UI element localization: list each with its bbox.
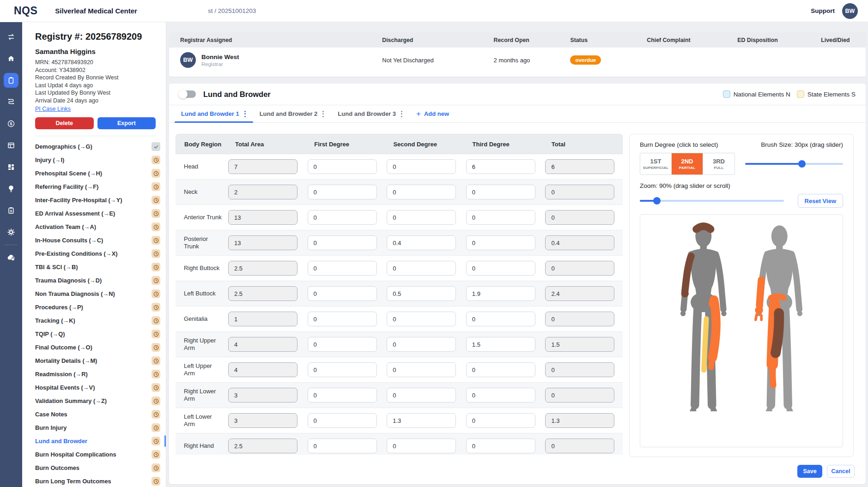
sidebar-item[interactable]: Hospital Events (→V) xyxy=(35,381,166,394)
second-degree-input[interactable] xyxy=(387,185,456,199)
pi-case-links[interactable]: PI Case Links xyxy=(35,106,71,112)
lb-tab[interactable]: Lund and Browder 3 xyxy=(331,105,410,122)
second-degree-input[interactable] xyxy=(387,261,456,276)
first-degree-input[interactable] xyxy=(308,210,377,225)
sidebar-item[interactable]: Injury (→I) xyxy=(35,153,166,167)
kebab-menu-icon[interactable] xyxy=(400,109,403,119)
third-degree-input[interactable] xyxy=(466,337,535,352)
first-degree-input[interactable] xyxy=(308,388,377,403)
sidebar-item[interactable]: TQIP (→Q) xyxy=(35,327,166,341)
third-degree-input[interactable] xyxy=(466,235,535,250)
first-degree-input[interactable] xyxy=(308,159,377,174)
brush-slider-thumb[interactable] xyxy=(798,160,806,168)
second-degree-input[interactable] xyxy=(387,337,456,352)
sidebar-item[interactable]: Trauma Diagnosis (→D) xyxy=(35,274,166,287)
sidebar-item[interactable]: Referring Facility (→F) xyxy=(35,180,166,193)
transfer-icon[interactable] xyxy=(4,30,18,44)
first-degree-input[interactable] xyxy=(308,235,377,250)
sidebar-item[interactable]: Case Notes xyxy=(35,408,166,421)
national-elements-checkbox[interactable]: National Elements N xyxy=(723,90,790,98)
sidebar-item[interactable]: Mortality Details (→M) xyxy=(35,354,166,367)
clipboard-icon[interactable] xyxy=(4,73,18,88)
third-degree-input[interactable] xyxy=(466,312,535,326)
burn-degree-option-3rd[interactable]: 3RDFULL xyxy=(703,153,734,174)
first-degree-input[interactable] xyxy=(308,185,377,199)
export-button[interactable]: Export xyxy=(97,117,156,129)
save-button[interactable]: Save xyxy=(797,465,822,478)
brush-size-slider[interactable] xyxy=(745,160,843,168)
sidebar-item[interactable]: Final Outcome (→O) xyxy=(35,341,166,354)
third-degree-input[interactable] xyxy=(466,439,535,453)
sidebar-item[interactable]: Validation Summary (→Z) xyxy=(35,394,166,408)
add-new-tab-button[interactable]: +Add new xyxy=(410,105,455,122)
cancel-button[interactable]: Cancel xyxy=(827,465,855,478)
sidebar-item[interactable]: Non Trauma Diagnosis (→N) xyxy=(35,287,166,301)
sidebar-item[interactable]: Demographics (→G) xyxy=(35,140,166,153)
sidebar-item[interactable]: Burn Injury xyxy=(35,421,166,434)
calendar-icon[interactable] xyxy=(4,138,18,153)
second-degree-input[interactable] xyxy=(387,413,456,428)
tasks-icon[interactable] xyxy=(4,203,18,218)
third-degree-input[interactable] xyxy=(466,413,535,428)
first-degree-input[interactable] xyxy=(308,362,377,377)
third-degree-input[interactable] xyxy=(466,185,535,199)
kebab-menu-icon[interactable] xyxy=(322,109,325,119)
delete-button[interactable]: Delete xyxy=(35,117,94,129)
sidebar-item[interactable]: Burn Long Term Outcomes xyxy=(35,475,166,487)
second-degree-input[interactable] xyxy=(387,210,456,225)
first-degree-input[interactable] xyxy=(308,286,377,301)
third-degree-input[interactable] xyxy=(466,261,535,276)
section-toggle[interactable] xyxy=(179,90,196,98)
support-link[interactable]: Support xyxy=(811,7,835,14)
third-degree-input[interactable] xyxy=(466,286,535,301)
first-degree-input[interactable] xyxy=(308,337,377,352)
kebab-menu-icon[interactable] xyxy=(243,109,247,119)
sidebar-item[interactable]: Prehospital Scene (→H) xyxy=(35,167,166,180)
record-table-row[interactable]: BW Bonnie West Registrar Not Yet Dischar… xyxy=(169,48,866,72)
sidebar-item[interactable]: Readmission (→R) xyxy=(35,367,166,381)
route-icon[interactable] xyxy=(4,95,18,109)
state-elements-checkbox[interactable]: State Elements S xyxy=(797,90,856,98)
sidebar-item[interactable]: Inter-Facility Pre-Hospital (→Y) xyxy=(35,193,166,207)
zoom-slider-thumb[interactable] xyxy=(653,197,661,204)
burn-degree-option-2nd[interactable]: 2NDPARTIAL xyxy=(672,153,703,174)
second-degree-input[interactable] xyxy=(387,159,456,174)
sidebar-item[interactable]: Procedures (→P) xyxy=(35,301,166,314)
second-degree-input[interactable] xyxy=(387,312,456,326)
first-degree-input[interactable] xyxy=(308,439,377,453)
second-degree-input[interactable] xyxy=(387,388,456,403)
lb-tab[interactable]: Lund and Browder 1 xyxy=(175,105,253,122)
sidebar-item[interactable]: Activation Team (→A) xyxy=(35,220,166,234)
second-degree-input[interactable] xyxy=(387,235,456,250)
third-degree-input[interactable] xyxy=(466,159,535,174)
reset-view-button[interactable]: Reset View xyxy=(798,194,843,208)
billing-icon[interactable]: $ xyxy=(4,116,18,131)
user-avatar[interactable]: BW xyxy=(842,3,858,19)
zoom-slider[interactable] xyxy=(640,197,784,204)
sidebar-item[interactable]: Lund and Browder xyxy=(35,434,166,448)
sidebar-item[interactable]: Burn Outcomes xyxy=(35,461,166,475)
sidebar-item[interactable]: ED Arrival Assessment (→E) xyxy=(35,207,166,220)
data-privacy-icon[interactable] xyxy=(4,250,18,265)
second-degree-input[interactable] xyxy=(387,439,456,453)
lb-tab[interactable]: Lund and Browder 2 xyxy=(253,105,332,122)
breadcrumb[interactable]: st / 20251001203 xyxy=(208,7,256,14)
first-degree-input[interactable] xyxy=(308,413,377,428)
home-icon[interactable] xyxy=(4,51,18,66)
second-degree-input[interactable] xyxy=(387,362,456,377)
first-degree-input[interactable] xyxy=(308,261,377,276)
dashboard-icon[interactable] xyxy=(4,160,18,174)
burn-degree-option-1st[interactable]: 1STSUPERFICIAL xyxy=(640,153,672,174)
third-degree-input[interactable] xyxy=(466,362,535,377)
sidebar-item[interactable]: Tracking (→K) xyxy=(35,314,166,327)
second-degree-input[interactable] xyxy=(387,286,456,301)
first-degree-input[interactable] xyxy=(308,312,377,326)
third-degree-input[interactable] xyxy=(466,210,535,225)
body-diagram-canvas[interactable] xyxy=(640,214,843,447)
lightbulb-icon[interactable] xyxy=(4,181,18,196)
sidebar-item[interactable]: TBI & SCI (→B) xyxy=(35,260,166,274)
sidebar-item[interactable]: Pre-Existing Conditions (→X) xyxy=(35,247,166,260)
sidebar-item[interactable]: In-House Consults (→C) xyxy=(35,234,166,247)
settings-icon[interactable] xyxy=(4,225,18,240)
third-degree-input[interactable] xyxy=(466,388,535,403)
